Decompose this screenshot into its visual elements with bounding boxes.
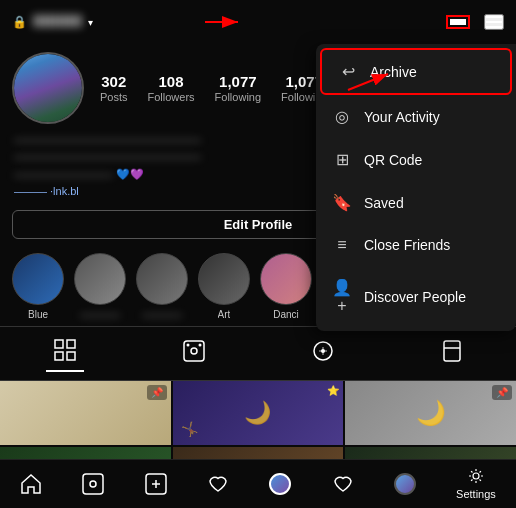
saved-label: Saved <box>364 195 404 211</box>
nav-heart2[interactable] <box>332 473 354 495</box>
highlight-blue-circle <box>12 253 64 305</box>
tab-saved[interactable] <box>433 335 471 372</box>
nav-heart[interactable] <box>207 473 229 495</box>
highlight-2[interactable]: ———— <box>74 253 126 320</box>
nav-avatar[interactable] <box>269 473 291 495</box>
settings-label: Settings <box>456 488 496 500</box>
highlight-art[interactable]: Art <box>198 253 250 320</box>
tab-tagged[interactable] <box>304 335 342 372</box>
hamburger-line-3 <box>450 23 466 25</box>
svg-rect-2 <box>55 352 63 360</box>
stat-following: 1,077 Following <box>215 73 261 103</box>
highlight-3-circle <box>136 253 188 305</box>
highlight-art-label: Art <box>218 309 231 320</box>
highlight-blue[interactable]: Blue <box>12 253 64 320</box>
svg-rect-3 <box>67 352 75 360</box>
followers-label: Followers <box>148 91 195 103</box>
archive-label: Archive <box>370 64 417 80</box>
following-label: Following <box>215 91 261 103</box>
menu-item-qrcode[interactable]: ⊞ QR Code <box>316 138 516 181</box>
svg-point-5 <box>191 348 197 354</box>
menu-item-discover[interactable]: 👤+ Discover People <box>316 266 516 327</box>
svg-point-12 <box>90 481 96 487</box>
content-tab-bar <box>0 326 516 381</box>
close-friends-label: Close Friends <box>364 237 450 253</box>
menu-line-1 <box>486 16 502 18</box>
grid-cell-1[interactable]: 📌 <box>0 381 171 445</box>
activity-label: Your Activity <box>364 109 440 125</box>
svg-rect-1 <box>67 340 75 348</box>
highlight-art-circle <box>198 253 250 305</box>
qrcode-label: QR Code <box>364 152 422 168</box>
svg-point-9 <box>321 349 325 353</box>
svg-point-6 <box>186 343 189 346</box>
highlight-3-label: ———— <box>142 309 182 320</box>
close-friends-icon: ≡ <box>332 236 352 254</box>
activity-icon: ◎ <box>332 107 352 126</box>
header-icons <box>446 14 504 30</box>
menu-icon-button[interactable] <box>484 14 504 30</box>
highlight-danci-label: Danci <box>273 309 299 320</box>
highlight-2-circle <box>74 253 126 305</box>
highlight-blue-label: Blue <box>28 309 48 320</box>
saved-icon: 🔖 <box>332 193 352 212</box>
lock-icon: 🔒 <box>12 15 27 29</box>
posts-count: 302 <box>101 73 126 90</box>
nav-home[interactable] <box>20 473 42 495</box>
svg-rect-11 <box>83 474 103 494</box>
discover-icon: 👤+ <box>332 278 352 315</box>
highlight-3[interactable]: ———— <box>136 253 188 320</box>
stat-posts: 302 Posts <box>100 73 128 103</box>
stat-followers: 108 Followers <box>148 73 195 103</box>
highlight-danci-circle <box>260 253 312 305</box>
hamburger-menu-button[interactable] <box>446 15 470 29</box>
nav-settings[interactable]: Settings <box>456 468 496 500</box>
header: 🔒 IIIIIIIIII ▾ <box>0 0 516 44</box>
menu-line-2 <box>486 21 502 23</box>
following-count: 1,077 <box>219 73 257 90</box>
tab-reels[interactable] <box>175 335 213 372</box>
highlight-danci[interactable]: Danci <box>260 253 312 320</box>
svg-point-7 <box>198 343 201 346</box>
archive-icon: ↩ <box>338 62 358 81</box>
menu-item-activity[interactable]: ◎ Your Activity <box>316 95 516 138</box>
menu-item-saved[interactable]: 🔖 Saved <box>316 181 516 224</box>
header-left: 🔒 IIIIIIIIII ▾ <box>12 13 93 31</box>
nav-create[interactable] <box>145 473 167 495</box>
avatar <box>12 52 84 124</box>
nav-profile[interactable] <box>394 473 416 495</box>
grid-cell-2[interactable]: 🌙 ⭐ 🤸 <box>173 381 344 445</box>
menu-line-3 <box>486 26 502 28</box>
svg-rect-0 <box>55 340 63 348</box>
nav-reels[interactable] <box>82 473 104 495</box>
svg-rect-10 <box>444 341 460 361</box>
discover-label: Discover People <box>364 289 466 305</box>
menu-item-close-friends[interactable]: ≡ Close Friends <box>316 224 516 266</box>
dropdown-menu: ↩ Archive ◎ Your Activity ⊞ QR Code 🔖 Sa… <box>316 44 516 331</box>
svg-point-14 <box>473 473 479 479</box>
tab-grid[interactable] <box>46 335 84 372</box>
qrcode-icon: ⊞ <box>332 150 352 169</box>
grid-cell-3[interactable]: 🌙 📌 <box>345 381 516 445</box>
avatar-image <box>14 54 82 122</box>
username-text: IIIIIIIIII <box>33 13 82 31</box>
posts-label: Posts <box>100 91 128 103</box>
followers-count: 108 <box>159 73 184 90</box>
chevron-down-icon: ▾ <box>88 17 93 28</box>
bottom-nav: Settings <box>0 459 516 508</box>
menu-item-archive[interactable]: ↩ Archive <box>320 48 512 95</box>
highlight-2-label: ———— <box>80 309 120 320</box>
